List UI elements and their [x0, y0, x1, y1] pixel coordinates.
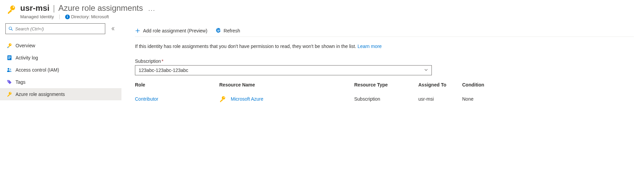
column-header-type[interactable]: Resource Type: [354, 82, 418, 87]
svg-point-6: [7, 47, 8, 48]
table-row[interactable]: Contributor Microsoft Azure Subscription…: [135, 90, 634, 108]
table-header-row: Role Resource Name Resource Type Assigne…: [135, 79, 634, 90]
key-icon: [7, 5, 16, 14]
subscription-select[interactable]: 123abc-123abc-123abc: [135, 65, 432, 75]
svg-point-5: [10, 44, 11, 45]
collapse-sidebar-button[interactable]: [108, 23, 118, 34]
required-indicator: *: [162, 58, 163, 64]
page-title: Azure role assignments: [58, 3, 143, 13]
svg-point-18: [222, 96, 225, 100]
directory-value: Microsoft: [91, 14, 109, 19]
sidebar-item-azure-role-assignments[interactable]: Azure role assignments: [0, 88, 121, 100]
svg-point-0: [10, 5, 15, 10]
info-message: If this identity has role assignments th…: [135, 44, 634, 49]
directory-label: Directory:: [71, 14, 90, 19]
svg-point-11: [8, 68, 9, 70]
column-header-role[interactable]: Role: [135, 82, 219, 87]
sidebar-item-activity-log[interactable]: Activity log: [0, 52, 121, 64]
log-icon: [7, 55, 12, 60]
column-header-condition[interactable]: Condition: [462, 82, 496, 87]
divider: [59, 15, 60, 19]
svg-point-15: [10, 93, 11, 93]
role-link[interactable]: Contributor: [135, 96, 158, 102]
subscription-value: 123abc-123abc-123abc: [139, 68, 188, 73]
svg-point-13: [8, 81, 8, 81]
key-icon: [7, 43, 12, 48]
sidebar-item-label: Tags: [16, 79, 26, 85]
condition-cell: None: [462, 96, 496, 102]
svg-point-1: [13, 6, 14, 8]
sidebar-item-label: Azure role assignments: [16, 92, 65, 97]
column-header-resource[interactable]: Resource Name: [219, 82, 354, 87]
sidebar-item-overview[interactable]: Overview: [0, 40, 121, 52]
tag-icon: [7, 79, 12, 85]
search-input[interactable]: [5, 23, 105, 34]
plus-icon: [135, 28, 140, 33]
chevron-down-icon: [424, 68, 428, 73]
assigned-to-cell: usr-msi: [418, 96, 462, 102]
sidebar-item-label: Access control (IAM): [16, 67, 59, 73]
resource-type-label: Managed Identity: [20, 14, 54, 19]
sidebar-item-label: Overview: [16, 43, 35, 48]
subtitle-row: Managed Identity i Directory: Microsoft: [20, 14, 156, 19]
refresh-icon: [216, 28, 221, 33]
svg-point-4: [9, 43, 11, 46]
resource-link[interactable]: Microsoft Azure: [231, 96, 263, 102]
svg-line-3: [11, 29, 13, 31]
resource-type-cell: Subscription: [354, 96, 418, 102]
svg-rect-8: [8, 56, 11, 57]
svg-rect-10: [8, 58, 10, 59]
chevron-double-left-icon: [111, 26, 115, 31]
sidebar-item-access-control[interactable]: Access control (IAM): [0, 64, 121, 76]
column-header-assigned[interactable]: Assigned To: [418, 82, 462, 87]
page-header: usr-msi | Azure role assignments ... Man…: [0, 0, 644, 22]
add-role-assignment-button[interactable]: Add role assignment (Preview): [135, 28, 207, 33]
more-actions-button[interactable]: ...: [148, 5, 156, 12]
info-icon: i: [65, 15, 70, 19]
page-title-row: usr-msi | Azure role assignments ...: [20, 3, 156, 13]
learn-more-link[interactable]: Learn more: [358, 44, 382, 49]
svg-point-19: [224, 97, 225, 98]
svg-rect-9: [8, 57, 11, 58]
resource-name: usr-msi: [20, 3, 50, 13]
sidebar-item-tags[interactable]: Tags: [0, 76, 121, 88]
toolbar: Add role assignment (Preview) Refresh: [135, 25, 634, 37]
sidebar-item-label: Activity log: [16, 55, 38, 60]
sidebar: Overview Activity log Access control (IA…: [0, 22, 121, 115]
key-icon: [219, 96, 226, 102]
people-icon: [7, 67, 12, 73]
svg-point-14: [9, 92, 11, 95]
key-icon: [7, 92, 12, 97]
svg-point-2: [9, 27, 12, 30]
svg-point-12: [10, 69, 11, 70]
subscription-label: Subscription*: [135, 58, 634, 64]
role-assignments-table: Role Resource Name Resource Type Assigne…: [135, 79, 634, 108]
search-icon: [8, 26, 13, 31]
refresh-button[interactable]: Refresh: [216, 28, 240, 33]
main-content: Add role assignment (Preview) Refresh If…: [121, 22, 644, 115]
